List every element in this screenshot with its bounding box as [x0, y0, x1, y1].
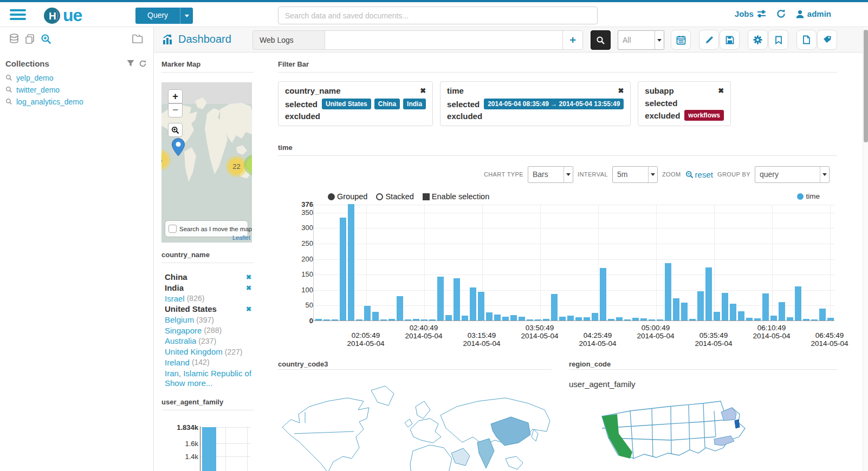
collection-name-box[interactable]: Web Logs: [252, 30, 325, 50]
vertical-scrollbar[interactable]: [863, 27, 868, 471]
global-search-input[interactable]: [278, 6, 598, 24]
user-menu[interactable]: admin: [796, 9, 831, 18]
country-code3-world-map[interactable]: [278, 377, 552, 471]
database-icon[interactable]: [9, 34, 20, 44]
facet-item-label[interactable]: Belgium: [165, 315, 194, 324]
time-chart-bar[interactable]: [454, 278, 460, 320]
chart-plot-area[interactable]: [313, 205, 834, 321]
settings-button[interactable]: [748, 30, 768, 50]
jobs-link[interactable]: Jobs: [735, 9, 766, 18]
time-chart-bar[interactable]: [510, 315, 517, 320]
time-chart-bar[interactable]: [657, 319, 663, 320]
time-chart-bar[interactable]: [575, 317, 582, 320]
hamburger-menu-icon[interactable]: [10, 9, 26, 21]
collection-item[interactable]: twitter_demo: [5, 84, 149, 95]
time-chart-bar[interactable]: [445, 315, 452, 320]
time-chart-bar[interactable]: [543, 319, 549, 320]
grouped-radio[interactable]: Grouped: [328, 192, 367, 201]
query-button[interactable]: Query: [135, 8, 193, 24]
time-chart-bar[interactable]: [567, 316, 574, 320]
collection-item[interactable]: yelp_demo: [5, 72, 149, 83]
save-button[interactable]: [720, 30, 740, 50]
time-chart-bar[interactable]: [340, 218, 346, 320]
time-chart-bar[interactable]: [640, 318, 647, 320]
map-region-saudi-arabia[interactable]: [451, 448, 470, 466]
time-chart-bar[interactable]: [746, 318, 753, 320]
enable-selection-checkbox[interactable]: Enable selection: [423, 192, 489, 201]
map-marker-pin[interactable]: [171, 138, 185, 156]
select-caret[interactable]: [820, 167, 829, 182]
uaf-bar[interactable]: [202, 427, 216, 471]
document-button[interactable]: [796, 30, 817, 50]
facet-item-label[interactable]: China: [165, 272, 187, 282]
time-filter-select[interactable]: All: [618, 30, 664, 50]
selected-filter-chip[interactable]: United States: [322, 99, 371, 109]
history-button[interactable]: [776, 9, 786, 19]
calendar-button[interactable]: [671, 30, 691, 50]
leaflet-attribution-link[interactable]: Leaflet: [232, 234, 250, 241]
select-caret[interactable]: [648, 167, 657, 182]
time-chart-bar[interactable]: [323, 319, 330, 320]
filter-card-close-icon[interactable]: ✖: [420, 87, 426, 95]
query-dropdown-caret[interactable]: [180, 8, 193, 24]
filter-card-close-icon[interactable]: ✖: [718, 87, 724, 95]
scrollbar-thumb[interactable]: [864, 30, 868, 142]
zoom-search-icon[interactable]: [41, 34, 52, 45]
facet-remove-icon[interactable]: ✖: [246, 305, 251, 313]
time-chart-bar[interactable]: [592, 313, 598, 320]
facet-remove-icon[interactable]: ✖: [246, 273, 251, 281]
collection-item[interactable]: log_analytics_demo: [5, 96, 149, 107]
time-chart-bar[interactable]: [624, 319, 631, 320]
facet-item-label[interactable]: United Kingdom: [165, 347, 223, 356]
time-chart-bar[interactable]: [527, 319, 533, 320]
time-chart-bar[interactable]: [380, 319, 387, 320]
facet-item-label[interactable]: Ireland: [165, 358, 190, 367]
time-chart-bar[interactable]: [811, 319, 818, 320]
time-chart-bar[interactable]: [787, 317, 793, 320]
time-chart-bar[interactable]: [665, 263, 671, 320]
refresh-icon[interactable]: [139, 60, 147, 68]
bookmark-button[interactable]: [768, 30, 788, 50]
group-by-select[interactable]: query: [755, 166, 830, 183]
map-zoom-out-button[interactable]: −: [168, 103, 183, 117]
time-chart-bar[interactable]: [486, 312, 493, 320]
facet-item-label[interactable]: Iran, Islamic Republic of ...: [165, 369, 251, 378]
time-chart-bar[interactable]: [470, 287, 476, 320]
time-chart-bar[interactable]: [795, 286, 801, 320]
facet-item-label[interactable]: United States: [165, 304, 217, 313]
facet-item-label[interactable]: India: [165, 283, 184, 292]
map-state-new-jersey[interactable]: [735, 420, 740, 428]
map-zoom-box-button[interactable]: [168, 123, 183, 137]
time-chart-bar[interactable]: [608, 319, 614, 320]
time-chart-bar[interactable]: [535, 319, 541, 320]
selected-filter-chip[interactable]: China: [374, 99, 400, 109]
time-chart-bar[interactable]: [421, 319, 427, 320]
folder-icon[interactable]: [132, 34, 144, 44]
documents-icon[interactable]: [24, 34, 35, 44]
filter-card-close-icon[interactable]: ✖: [618, 87, 624, 95]
time-chart-bar[interactable]: [600, 268, 606, 320]
time-chart-bar[interactable]: [705, 267, 712, 320]
time-chart-bar[interactable]: [649, 319, 655, 320]
zoom-reset-link[interactable]: reset: [685, 170, 713, 179]
edit-button[interactable]: [699, 30, 719, 50]
selected-filter-chip[interactable]: India: [403, 99, 426, 109]
selected-filter-chip[interactable]: 2014-05-04 08:35:49 → 2014-05-04 13:55:4…: [484, 99, 624, 109]
region-code-us-map[interactable]: [592, 395, 771, 471]
search-as-move-checkbox[interactable]: [169, 225, 177, 233]
time-chart-bar[interactable]: [632, 318, 639, 320]
time-chart-bar[interactable]: [697, 291, 704, 320]
time-chart-bar[interactable]: [770, 316, 777, 320]
time-chart-bar[interactable]: [730, 304, 736, 320]
time-chart-bar[interactable]: [332, 319, 338, 320]
excluded-filter-chip[interactable]: workflows: [684, 110, 724, 121]
time-chart-bar[interactable]: [356, 319, 362, 320]
facet-item-label[interactable]: Australia: [165, 336, 196, 345]
time-chart-bar[interactable]: [584, 317, 590, 320]
dashboard-query-input[interactable]: [325, 30, 563, 50]
time-chart-bar[interactable]: [388, 319, 395, 320]
time-chart-bar[interactable]: [714, 312, 720, 320]
time-chart-bar[interactable]: [722, 293, 728, 320]
filter-funnel-icon[interactable]: [127, 60, 134, 67]
show-more-link[interactable]: Show more...: [165, 378, 212, 388]
